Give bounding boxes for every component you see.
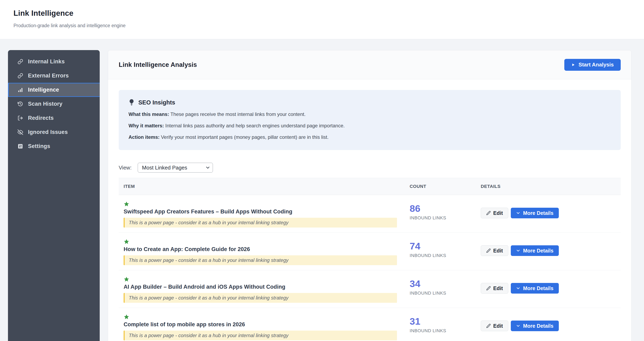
more-details-button[interactable]: More Details [511,208,559,218]
star-icon [124,201,129,207]
sidebar-item-intelligence[interactable]: Intelligence [8,83,100,97]
edit-label: Edit [493,248,503,254]
chevron-down-icon [516,249,520,253]
page-title-text: AI App Builder – Build Android and iOS A… [124,284,397,290]
count-cell: 74 INBOUND LINKS [410,233,481,270]
item-cell: AI App Builder – Build Android and iOS A… [119,270,410,308]
table-row: Swiftspeed App Creators Features – Build… [119,195,621,233]
table-row: Complete list of top mobile app stores i… [119,308,621,341]
inbound-count: 31 [410,316,481,326]
column-header-item: ITEM [119,184,410,189]
link-icon [18,73,23,79]
insight-why-it-matters: Why it matters: Internal links pass auth… [128,123,611,129]
sidebar-item-label: Redirects [28,115,54,121]
details-cell: Edit More Details [481,308,621,341]
details-cell: Edit More Details [481,233,621,270]
sidebar-item-scan-history[interactable]: Scan History [8,97,100,111]
more-details-label: More Details [523,248,554,254]
seo-insights-title: SEO Insights [138,99,175,106]
sidebar-item-settings[interactable]: Settings [8,139,100,153]
insight-text: These pages receive the most internal li… [169,111,306,117]
edit-label: Edit [493,323,503,329]
sidebar-item-label: Settings [28,143,50,149]
page-title-text: How to Create an App: Complete Guide for… [124,246,397,252]
panel-header: Link Intelligence Analysis Start Analysi… [108,50,631,79]
panel-title: Link Intelligence Analysis [119,61,197,69]
table-header-row: ITEM COUNT DETAILS [119,178,621,195]
inbound-links-caption: INBOUND LINKS [410,328,481,333]
edit-label: Edit [493,210,503,216]
analysis-panel: Link Intelligence Analysis Start Analysi… [108,50,632,341]
inbound-count: 86 [410,204,481,213]
chevron-down-icon [516,324,520,328]
sidebar-item-label: Intelligence [28,87,59,93]
table-row: AI App Builder – Build Android and iOS A… [119,270,621,308]
sidebar-item-label: Ignored Issues [28,129,68,135]
sidebar-item-external-errors[interactable]: External Errors [8,69,100,83]
edit-button[interactable]: Edit [481,283,508,293]
start-analysis-label: Start Analysis [578,62,614,68]
more-details-button[interactable]: More Details [511,245,559,256]
eye-off-icon [18,129,23,135]
pencil-icon [486,324,491,328]
seo-insights-panel: SEO Insights What this means: These page… [119,90,621,150]
column-header-details: DETAILS [481,184,621,189]
history-icon [18,101,23,107]
more-details-label: More Details [523,210,554,216]
sidebar-item-internal-links[interactable]: Internal Links [8,55,100,69]
count-cell: 31 INBOUND LINKS [410,308,481,341]
more-details-button[interactable]: More Details [511,283,559,293]
table-body: Swiftspeed App Creators Features – Build… [119,195,621,341]
power-page-note: This is a power page - consider it as a … [124,218,397,227]
power-page-note: This is a power page - consider it as a … [124,293,397,303]
lightbulb-icon [128,99,135,106]
more-details-label: More Details [523,285,554,291]
item-cell: Swiftspeed App Creators Features – Build… [119,195,410,232]
insight-text: Verify your most important pages (money … [160,134,328,140]
inbound-links-caption: INBOUND LINKS [410,215,481,221]
chevron-down-icon [516,211,520,215]
insight-what-this-means: What this means: These pages receive the… [128,111,611,117]
sidebar-item-redirects[interactable]: Redirects [8,111,100,125]
more-details-button[interactable]: More Details [511,320,559,331]
page-title: Link Intelligence [0,0,644,18]
inbound-count: 74 [410,241,481,251]
page-subtitle: Production-grade link analysis and intel… [14,23,644,29]
bar-chart-icon [18,87,23,93]
sidebar-item-label: Internal Links [28,59,65,65]
insight-text: Internal links pass authority and help s… [164,123,345,128]
view-select[interactable]: Most Linked Pages [138,163,213,173]
seo-insights-header: SEO Insights [128,99,611,106]
item-cell: How to Create an App: Complete Guide for… [119,233,410,270]
column-header-count: COUNT [410,184,481,189]
panel-body: SEO Insights What this means: These page… [108,79,631,341]
count-cell: 34 INBOUND LINKS [410,270,481,308]
edit-button[interactable]: Edit [481,245,508,256]
details-cell: Edit More Details [481,270,621,308]
item-cell: Complete list of top mobile app stores i… [119,308,410,341]
page-header: Link Intelligence Production-grade link … [0,0,644,39]
link-icon [18,59,23,64]
insight-label: Action items: [128,134,160,140]
details-cell: Edit More Details [481,195,621,232]
chevron-down-icon [516,286,520,290]
view-control: View: Most Linked Pages [119,163,621,173]
edit-button[interactable]: Edit [481,320,508,331]
power-page-note: This is a power page - consider it as a … [124,255,397,265]
view-select-wrap: Most Linked Pages [138,163,213,173]
sidebar-item-label: Scan History [28,101,62,107]
start-analysis-button[interactable]: Start Analysis [564,59,621,71]
power-page-note: This is a power page - consider it as a … [124,330,397,340]
star-icon [124,239,129,244]
inbound-count: 34 [410,279,481,288]
edit-button[interactable]: Edit [481,208,508,218]
sliders-icon [18,144,23,149]
insight-action-items: Action items: Verify your most important… [128,134,611,140]
page-title-text: Swiftspeed App Creators Features – Build… [124,208,397,215]
sidebar-item-ignored-issues[interactable]: Ignored Issues [8,125,100,139]
sign-out-icon [18,115,23,121]
pencil-icon [486,211,491,215]
view-label: View: [119,165,132,171]
link-intelligence-app: Link Intelligence Production-grade link … [0,0,644,341]
inbound-links-caption: INBOUND LINKS [410,253,481,258]
